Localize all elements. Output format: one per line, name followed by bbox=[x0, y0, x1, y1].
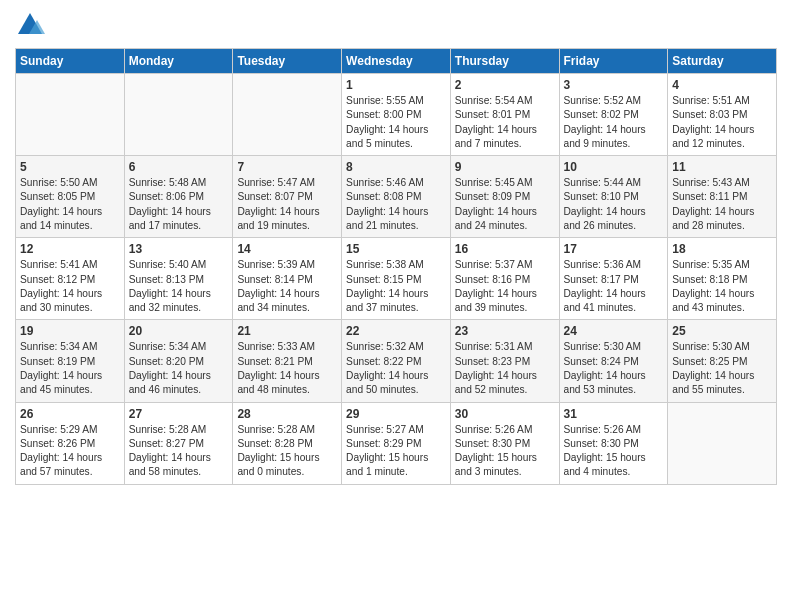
day-number: 29 bbox=[346, 407, 446, 421]
calendar-cell: 20Sunrise: 5:34 AM Sunset: 8:20 PM Dayli… bbox=[124, 320, 233, 402]
week-row-2: 5Sunrise: 5:50 AM Sunset: 8:05 PM Daylig… bbox=[16, 156, 777, 238]
logo-icon bbox=[15, 10, 45, 40]
day-number: 1 bbox=[346, 78, 446, 92]
calendar-cell bbox=[16, 74, 125, 156]
day-info: Sunrise: 5:50 AM Sunset: 8:05 PM Dayligh… bbox=[20, 176, 120, 233]
day-number: 22 bbox=[346, 324, 446, 338]
calendar-cell: 11Sunrise: 5:43 AM Sunset: 8:11 PM Dayli… bbox=[668, 156, 777, 238]
col-monday: Monday bbox=[124, 49, 233, 74]
calendar-cell: 14Sunrise: 5:39 AM Sunset: 8:14 PM Dayli… bbox=[233, 238, 342, 320]
col-sunday: Sunday bbox=[16, 49, 125, 74]
day-info: Sunrise: 5:30 AM Sunset: 8:25 PM Dayligh… bbox=[672, 340, 772, 397]
week-row-1: 1Sunrise: 5:55 AM Sunset: 8:00 PM Daylig… bbox=[16, 74, 777, 156]
calendar-cell: 18Sunrise: 5:35 AM Sunset: 8:18 PM Dayli… bbox=[668, 238, 777, 320]
day-info: Sunrise: 5:46 AM Sunset: 8:08 PM Dayligh… bbox=[346, 176, 446, 233]
calendar-cell bbox=[233, 74, 342, 156]
day-info: Sunrise: 5:31 AM Sunset: 8:23 PM Dayligh… bbox=[455, 340, 555, 397]
calendar-cell: 19Sunrise: 5:34 AM Sunset: 8:19 PM Dayli… bbox=[16, 320, 125, 402]
calendar-cell: 2Sunrise: 5:54 AM Sunset: 8:01 PM Daylig… bbox=[450, 74, 559, 156]
calendar-cell: 7Sunrise: 5:47 AM Sunset: 8:07 PM Daylig… bbox=[233, 156, 342, 238]
logo bbox=[15, 10, 49, 40]
calendar-cell: 21Sunrise: 5:33 AM Sunset: 8:21 PM Dayli… bbox=[233, 320, 342, 402]
day-info: Sunrise: 5:26 AM Sunset: 8:30 PM Dayligh… bbox=[564, 423, 664, 480]
day-info: Sunrise: 5:41 AM Sunset: 8:12 PM Dayligh… bbox=[20, 258, 120, 315]
page-header bbox=[15, 10, 777, 40]
calendar-cell: 27Sunrise: 5:28 AM Sunset: 8:27 PM Dayli… bbox=[124, 402, 233, 484]
day-info: Sunrise: 5:47 AM Sunset: 8:07 PM Dayligh… bbox=[237, 176, 337, 233]
day-number: 9 bbox=[455, 160, 555, 174]
day-info: Sunrise: 5:39 AM Sunset: 8:14 PM Dayligh… bbox=[237, 258, 337, 315]
day-info: Sunrise: 5:36 AM Sunset: 8:17 PM Dayligh… bbox=[564, 258, 664, 315]
day-info: Sunrise: 5:55 AM Sunset: 8:00 PM Dayligh… bbox=[346, 94, 446, 151]
day-info: Sunrise: 5:45 AM Sunset: 8:09 PM Dayligh… bbox=[455, 176, 555, 233]
day-number: 18 bbox=[672, 242, 772, 256]
day-number: 23 bbox=[455, 324, 555, 338]
header-row: Sunday Monday Tuesday Wednesday Thursday… bbox=[16, 49, 777, 74]
col-friday: Friday bbox=[559, 49, 668, 74]
day-number: 11 bbox=[672, 160, 772, 174]
day-info: Sunrise: 5:33 AM Sunset: 8:21 PM Dayligh… bbox=[237, 340, 337, 397]
calendar-cell: 26Sunrise: 5:29 AM Sunset: 8:26 PM Dayli… bbox=[16, 402, 125, 484]
day-info: Sunrise: 5:52 AM Sunset: 8:02 PM Dayligh… bbox=[564, 94, 664, 151]
calendar-cell: 6Sunrise: 5:48 AM Sunset: 8:06 PM Daylig… bbox=[124, 156, 233, 238]
day-number: 24 bbox=[564, 324, 664, 338]
calendar-cell: 4Sunrise: 5:51 AM Sunset: 8:03 PM Daylig… bbox=[668, 74, 777, 156]
calendar-cell: 1Sunrise: 5:55 AM Sunset: 8:00 PM Daylig… bbox=[342, 74, 451, 156]
day-number: 4 bbox=[672, 78, 772, 92]
day-number: 28 bbox=[237, 407, 337, 421]
day-info: Sunrise: 5:43 AM Sunset: 8:11 PM Dayligh… bbox=[672, 176, 772, 233]
day-number: 2 bbox=[455, 78, 555, 92]
day-info: Sunrise: 5:28 AM Sunset: 8:28 PM Dayligh… bbox=[237, 423, 337, 480]
day-number: 14 bbox=[237, 242, 337, 256]
page-container: Sunday Monday Tuesday Wednesday Thursday… bbox=[0, 0, 792, 490]
calendar-cell: 10Sunrise: 5:44 AM Sunset: 8:10 PM Dayli… bbox=[559, 156, 668, 238]
calendar-cell: 12Sunrise: 5:41 AM Sunset: 8:12 PM Dayli… bbox=[16, 238, 125, 320]
day-number: 13 bbox=[129, 242, 229, 256]
day-info: Sunrise: 5:30 AM Sunset: 8:24 PM Dayligh… bbox=[564, 340, 664, 397]
day-number: 31 bbox=[564, 407, 664, 421]
col-wednesday: Wednesday bbox=[342, 49, 451, 74]
day-info: Sunrise: 5:48 AM Sunset: 8:06 PM Dayligh… bbox=[129, 176, 229, 233]
day-info: Sunrise: 5:28 AM Sunset: 8:27 PM Dayligh… bbox=[129, 423, 229, 480]
day-info: Sunrise: 5:51 AM Sunset: 8:03 PM Dayligh… bbox=[672, 94, 772, 151]
col-thursday: Thursday bbox=[450, 49, 559, 74]
week-row-3: 12Sunrise: 5:41 AM Sunset: 8:12 PM Dayli… bbox=[16, 238, 777, 320]
day-info: Sunrise: 5:54 AM Sunset: 8:01 PM Dayligh… bbox=[455, 94, 555, 151]
calendar-cell: 25Sunrise: 5:30 AM Sunset: 8:25 PM Dayli… bbox=[668, 320, 777, 402]
calendar-cell bbox=[124, 74, 233, 156]
day-number: 5 bbox=[20, 160, 120, 174]
calendar-cell: 13Sunrise: 5:40 AM Sunset: 8:13 PM Dayli… bbox=[124, 238, 233, 320]
calendar-cell: 16Sunrise: 5:37 AM Sunset: 8:16 PM Dayli… bbox=[450, 238, 559, 320]
day-number: 10 bbox=[564, 160, 664, 174]
calendar-cell: 23Sunrise: 5:31 AM Sunset: 8:23 PM Dayli… bbox=[450, 320, 559, 402]
calendar-cell: 31Sunrise: 5:26 AM Sunset: 8:30 PM Dayli… bbox=[559, 402, 668, 484]
day-info: Sunrise: 5:32 AM Sunset: 8:22 PM Dayligh… bbox=[346, 340, 446, 397]
week-row-4: 19Sunrise: 5:34 AM Sunset: 8:19 PM Dayli… bbox=[16, 320, 777, 402]
day-info: Sunrise: 5:29 AM Sunset: 8:26 PM Dayligh… bbox=[20, 423, 120, 480]
day-info: Sunrise: 5:27 AM Sunset: 8:29 PM Dayligh… bbox=[346, 423, 446, 480]
day-number: 21 bbox=[237, 324, 337, 338]
calendar-cell: 9Sunrise: 5:45 AM Sunset: 8:09 PM Daylig… bbox=[450, 156, 559, 238]
calendar-cell: 8Sunrise: 5:46 AM Sunset: 8:08 PM Daylig… bbox=[342, 156, 451, 238]
day-info: Sunrise: 5:38 AM Sunset: 8:15 PM Dayligh… bbox=[346, 258, 446, 315]
day-info: Sunrise: 5:37 AM Sunset: 8:16 PM Dayligh… bbox=[455, 258, 555, 315]
day-number: 30 bbox=[455, 407, 555, 421]
day-number: 19 bbox=[20, 324, 120, 338]
calendar-cell: 29Sunrise: 5:27 AM Sunset: 8:29 PM Dayli… bbox=[342, 402, 451, 484]
day-number: 15 bbox=[346, 242, 446, 256]
day-number: 3 bbox=[564, 78, 664, 92]
calendar-header: Sunday Monday Tuesday Wednesday Thursday… bbox=[16, 49, 777, 74]
calendar-cell: 24Sunrise: 5:30 AM Sunset: 8:24 PM Dayli… bbox=[559, 320, 668, 402]
day-number: 25 bbox=[672, 324, 772, 338]
day-info: Sunrise: 5:34 AM Sunset: 8:19 PM Dayligh… bbox=[20, 340, 120, 397]
day-number: 7 bbox=[237, 160, 337, 174]
day-info: Sunrise: 5:34 AM Sunset: 8:20 PM Dayligh… bbox=[129, 340, 229, 397]
calendar-cell: 28Sunrise: 5:28 AM Sunset: 8:28 PM Dayli… bbox=[233, 402, 342, 484]
calendar-cell: 15Sunrise: 5:38 AM Sunset: 8:15 PM Dayli… bbox=[342, 238, 451, 320]
col-saturday: Saturday bbox=[668, 49, 777, 74]
day-info: Sunrise: 5:44 AM Sunset: 8:10 PM Dayligh… bbox=[564, 176, 664, 233]
calendar-cell: 22Sunrise: 5:32 AM Sunset: 8:22 PM Dayli… bbox=[342, 320, 451, 402]
day-number: 16 bbox=[455, 242, 555, 256]
calendar-cell: 5Sunrise: 5:50 AM Sunset: 8:05 PM Daylig… bbox=[16, 156, 125, 238]
day-info: Sunrise: 5:35 AM Sunset: 8:18 PM Dayligh… bbox=[672, 258, 772, 315]
